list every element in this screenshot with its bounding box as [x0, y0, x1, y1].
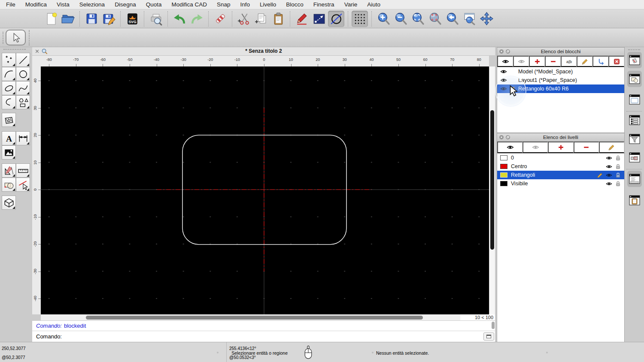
menu-seleziona[interactable]: Seleziona — [79, 1, 105, 8]
panel-float-button[interactable] — [505, 135, 510, 140]
filter-window-toggle[interactable] — [627, 131, 642, 147]
visibility-eye-icon[interactable] — [606, 172, 612, 178]
blocks-tool-button[interactable] — [2, 178, 16, 192]
menu-finestra[interactable]: Finestra — [313, 1, 334, 8]
rename-button[interactable] — [561, 56, 577, 67]
drawing-canvas[interactable] — [41, 66, 489, 314]
lock-icon[interactable] — [615, 163, 621, 170]
menu-varie[interactable]: Varie — [344, 1, 358, 8]
line-tool-button[interactable] — [16, 53, 30, 67]
menu-file[interactable]: File — [6, 1, 15, 8]
panel-float-button[interactable] — [505, 49, 510, 54]
canvas-horizontal-scrollbar[interactable] — [41, 314, 460, 320]
menu-info[interactable]: Info — [240, 1, 250, 8]
visibility-eye-icon[interactable] — [606, 155, 612, 161]
zoom-window-button[interactable] — [461, 11, 477, 27]
selection-tool-button[interactable] — [6, 30, 26, 45]
visibility-eye-icon[interactable] — [500, 85, 507, 92]
zoom-in-button[interactable] — [375, 11, 392, 27]
block-row[interactable]: Layout1 (*Paper_Space) — [497, 76, 624, 84]
delete-all-button[interactable] — [608, 56, 624, 67]
preview-window-toggle[interactable] — [627, 91, 642, 108]
layer-row[interactable]: 0 — [497, 154, 624, 162]
insert-block-button[interactable] — [592, 56, 608, 67]
menu-modifica[interactable]: Modifica — [25, 1, 47, 8]
command-window-toggle-button[interactable] — [483, 332, 494, 341]
measure-tool-button[interactable] — [16, 163, 30, 178]
lock-icon[interactable] — [615, 181, 621, 187]
visibility-eye-icon[interactable] — [500, 77, 507, 84]
lock-icon[interactable] — [615, 155, 621, 161]
panel-close-button[interactable] — [499, 49, 504, 54]
panel-close-button[interactable] — [499, 135, 504, 140]
zoom-out-button[interactable] — [392, 11, 409, 27]
add-button[interactable] — [529, 56, 545, 67]
new-document-button[interactable] — [43, 11, 59, 27]
block-row[interactable]: Rettangolo 60x40 R6 — [497, 84, 624, 93]
canvas-vertical-scrollbar[interactable] — [489, 66, 495, 314]
zoom-selection-button[interactable] — [427, 11, 443, 27]
menu-blocco[interactable]: Blocco — [286, 1, 304, 8]
deselect-tool-button[interactable] — [16, 178, 30, 192]
undo-button[interactable] — [171, 11, 188, 27]
open-file-button[interactable] — [60, 11, 76, 27]
menu-aiuto[interactable]: Aiuto — [367, 1, 380, 8]
menu-quota[interactable]: Quota — [146, 1, 162, 8]
delete-eraser-button[interactable] — [212, 11, 228, 27]
arc-tool-button[interactable] — [2, 67, 16, 81]
command-window-toggle[interactable] — [627, 171, 642, 187]
draft-mode-button[interactable] — [328, 11, 344, 27]
cut-button[interactable] — [236, 11, 252, 27]
hatch-tool-button[interactable] — [2, 113, 16, 127]
layer-list-window-toggle[interactable] — [627, 112, 642, 128]
polyline-tool-button[interactable] — [2, 95, 16, 109]
zoom-previous-button[interactable] — [444, 11, 460, 27]
dimension-tool-button[interactable] — [16, 131, 30, 145]
pan-button[interactable] — [478, 11, 495, 27]
command-input[interactable] — [64, 332, 478, 341]
pen-settings-window-toggle[interactable] — [627, 149, 642, 166]
ellipse-tool-button[interactable] — [2, 81, 16, 95]
circle-tool-button[interactable] — [16, 67, 30, 81]
layer-row[interactable]: Rettangoli — [497, 171, 624, 179]
spline-tool-button[interactable] — [16, 81, 30, 95]
menu-disegna[interactable]: Disegna — [115, 1, 136, 8]
zoom-auto-button[interactable] — [410, 11, 426, 27]
layer-row[interactable]: Visibile — [497, 179, 624, 188]
export-svg-button[interactable] — [124, 11, 140, 27]
library-browser-window-toggle[interactable] — [627, 71, 642, 87]
horizontal-scrollbar-thumb[interactable] — [86, 316, 423, 320]
draw-pencil-button[interactable] — [294, 11, 310, 27]
image-tool-button[interactable] — [2, 145, 16, 160]
redo-button[interactable] — [188, 11, 205, 27]
shapes-tool-button[interactable] — [16, 95, 30, 109]
clipboard-window-toggle[interactable] — [627, 192, 642, 208]
menu-vista[interactable]: Vista — [57, 1, 70, 8]
layer-row[interactable]: Centro — [497, 162, 624, 171]
remove-button[interactable] — [545, 56, 561, 67]
vertical-scrollbar-thumb[interactable] — [490, 110, 494, 250]
save-button[interactable] — [83, 11, 100, 27]
menu-snap[interactable]: Snap — [217, 1, 231, 8]
menu-livello[interactable]: Livello — [260, 1, 276, 8]
eye-grey-button[interactable] — [513, 56, 529, 67]
visibility-eye-icon[interactable] — [606, 181, 612, 187]
modify-tool-button[interactable] — [2, 163, 16, 178]
text-tool-button[interactable] — [2, 131, 16, 145]
eye-button[interactable] — [497, 142, 522, 153]
block-row[interactable]: Model (*Model_Space) — [497, 67, 624, 76]
visibility-eye-icon[interactable] — [500, 68, 507, 75]
eye-grey-button[interactable] — [522, 142, 548, 153]
edit-pencil-button[interactable] — [599, 142, 624, 153]
block-edit-window-toggle[interactable] — [627, 52, 642, 68]
grid-toggle-button[interactable] — [352, 11, 368, 27]
edit-pencil-button[interactable] — [577, 56, 592, 67]
line-order-button[interactable] — [311, 11, 327, 27]
eye-button[interactable] — [497, 56, 513, 67]
solid-tool-button[interactable] — [2, 196, 16, 210]
print-preview-button[interactable] — [148, 11, 164, 27]
visibility-eye-icon[interactable] — [606, 163, 612, 170]
menu-modifica-cad[interactable]: Modifica CAD — [171, 1, 207, 8]
points-tool-button[interactable] — [2, 53, 16, 67]
copy-button[interactable] — [253, 11, 269, 27]
